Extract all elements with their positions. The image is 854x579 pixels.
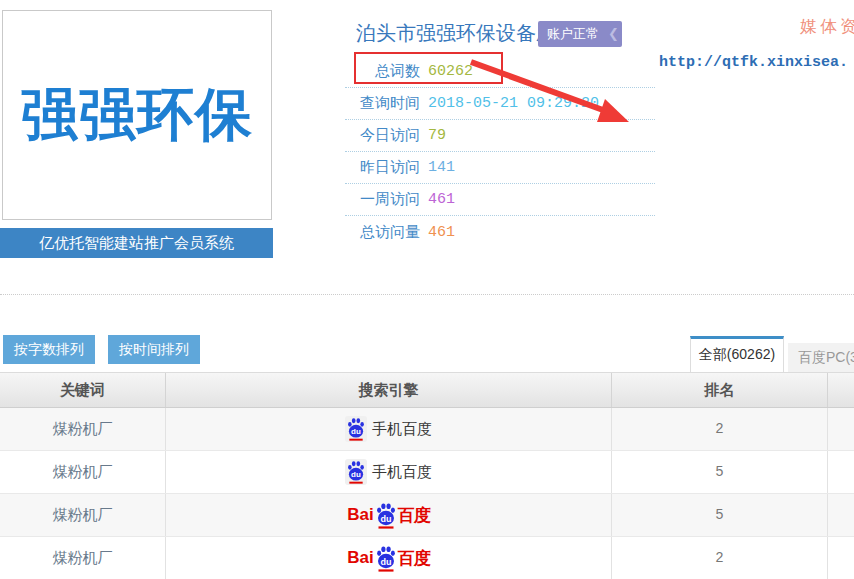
column-header-extra bbox=[828, 373, 854, 407]
company-logo-box: 强强环保 bbox=[2, 10, 272, 220]
baidu-logo-bai: Bai bbox=[347, 548, 373, 568]
stat-label: 总词数 bbox=[345, 62, 420, 81]
rank-cell: 5 bbox=[715, 507, 723, 523]
site-url-link[interactable]: http://qtfk.xinxisea. bbox=[659, 54, 848, 71]
stat-label: 总访问量 bbox=[345, 223, 420, 242]
table-header-row: 关键词 搜索引擎 排名 bbox=[0, 372, 854, 408]
rank-cell: 2 bbox=[715, 421, 723, 437]
company-logo-text: 强强环保 bbox=[21, 77, 253, 154]
stat-value: 2018-05-21 09:29:20 bbox=[428, 95, 599, 112]
section-divider bbox=[0, 294, 854, 295]
rank-cell: 2 bbox=[715, 550, 723, 566]
stat-label: 查询时间 bbox=[345, 94, 420, 113]
mobile-baidu-icon bbox=[345, 459, 367, 485]
tab-baidu-pc[interactable]: 百度PC(30 bbox=[788, 343, 854, 372]
engine-cell: 手机百度 bbox=[345, 416, 432, 442]
media-section-heading: 媒体资 bbox=[800, 15, 854, 38]
account-status-label: 账户正常 bbox=[547, 26, 599, 41]
table-row: 煤粉机厂 手机百度 2 bbox=[0, 408, 854, 451]
baidu-logo-cn: 百度 bbox=[398, 504, 430, 527]
column-header-keyword: 关键词 bbox=[0, 373, 166, 407]
stat-value: 60262 bbox=[428, 63, 473, 80]
column-header-rank: 排名 bbox=[612, 373, 828, 407]
stat-value: 79 bbox=[428, 127, 446, 144]
keyword-cell: 煤粉机厂 bbox=[53, 420, 113, 439]
stat-row-query-time: 查询时间 2018-05-21 09:29:20 bbox=[345, 88, 655, 120]
account-status-badge: 账户正常 ❮ bbox=[538, 21, 622, 47]
mobile-baidu-icon bbox=[345, 416, 367, 442]
baidu-pc-paw-icon bbox=[375, 502, 397, 529]
engine-cell: 手机百度 bbox=[345, 459, 432, 485]
keyword-cell: 煤粉机厂 bbox=[53, 549, 113, 568]
table-row: 煤粉机厂 Bai 百度 5 bbox=[0, 494, 854, 537]
stat-row-yesterday-visits: 昨日访问 141 bbox=[345, 152, 655, 184]
stat-row-total-words: 总词数 60262 bbox=[345, 56, 655, 88]
sort-by-time-button[interactable]: 按时间排列 bbox=[108, 335, 200, 364]
stat-label: 今日访问 bbox=[345, 126, 420, 145]
baidu-logo-bai: Bai bbox=[347, 505, 373, 525]
stat-label: 昨日访问 bbox=[345, 158, 420, 177]
page-title: 泊头市强强环保设备厂 bbox=[356, 20, 556, 47]
engine-label: 手机百度 bbox=[372, 463, 432, 482]
stat-value: 141 bbox=[428, 159, 455, 176]
engine-cell: Bai 百度 bbox=[347, 502, 429, 529]
tab-all[interactable]: 全部(60262) bbox=[690, 336, 784, 372]
stat-label: 一周访问 bbox=[345, 190, 420, 209]
stat-value: 461 bbox=[428, 191, 455, 208]
keyword-cell: 煤粉机厂 bbox=[53, 506, 113, 525]
baidu-pc-paw-icon bbox=[375, 545, 397, 572]
stat-value: 461 bbox=[428, 224, 455, 241]
stat-row-total-visits: 总访问量 461 bbox=[345, 216, 655, 248]
system-banner: 亿优托智能建站推广会员系统 bbox=[0, 228, 273, 258]
table-row: 煤粉机厂 手机百度 5 bbox=[0, 451, 854, 494]
app-window: 强强环保 亿优托智能建站推广会员系统 泊头市强强环保设备厂 账户正常 ❮ 总词数… bbox=[0, 0, 854, 579]
engine-label: 手机百度 bbox=[372, 420, 432, 439]
stat-row-today-visits: 今日访问 79 bbox=[345, 120, 655, 152]
rank-cell: 5 bbox=[715, 464, 723, 480]
account-stats-list: 总词数 60262 查询时间 2018-05-21 09:29:20 今日访问 … bbox=[345, 56, 655, 248]
engine-cell: Bai 百度 bbox=[347, 545, 429, 572]
baidu-logo-cn: 百度 bbox=[398, 547, 430, 570]
keyword-rank-table: 关键词 搜索引擎 排名 煤粉机厂 手机百度 2 煤粉机厂 bbox=[0, 372, 854, 579]
ribbon-notch-icon: ❮ bbox=[608, 21, 619, 47]
table-row: 煤粉机厂 Bai 百度 2 bbox=[0, 537, 854, 579]
column-header-engine: 搜索引擎 bbox=[166, 373, 612, 407]
keyword-cell: 煤粉机厂 bbox=[53, 463, 113, 482]
sort-by-wordcount-button[interactable]: 按字数排列 bbox=[3, 335, 95, 364]
stat-row-week-visits: 一周访问 461 bbox=[345, 184, 655, 216]
